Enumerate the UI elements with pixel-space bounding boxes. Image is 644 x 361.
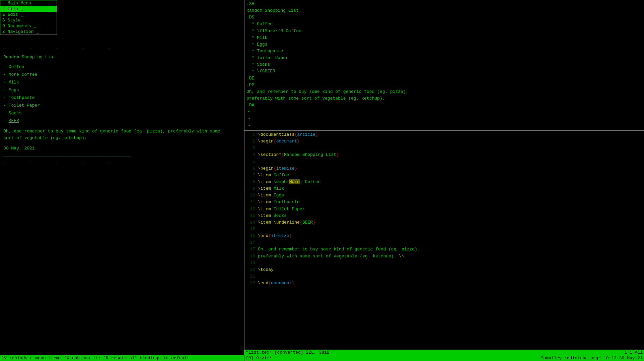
ms-item-coffee: * Coffee	[246, 21, 642, 27]
bottom-status-right: [0] 0:vim* "omalley.radiotube.org" 10:13…	[244, 355, 644, 361]
ms-item-socks: * Socks	[246, 61, 642, 68]
editor-line-1: 1 \documentclass{article}	[246, 131, 643, 138]
menu-title: ─ Main Menu ─	[0, 0, 57, 6]
ms-item-beer: * \fCBEER	[246, 68, 642, 75]
ms-line-title: Random Shopping List	[246, 7, 642, 14]
latex-status-file: "list.tex" [converted] 22L, 381B	[246, 350, 330, 355]
editor-line-13: 13 \item Socks	[246, 213, 643, 219]
latex-status-pos: 1,1 All	[624, 350, 643, 355]
list-item-toilet-paper: - Toilet Paper	[3, 103, 241, 108]
bottom-status-bar: ^V rebinds a menu item; ^X unbinds it; ^…	[0, 355, 644, 361]
right-top-pane: .SH Random Shopping List .DS * Coffee * …	[244, 0, 644, 131]
editor-line-21-today: 20 \today	[246, 266, 643, 273]
bottom-toolbar-line2: ─ ─ ─ ─ ─	[3, 161, 241, 166]
editor-line-2: 2 \begin{document}	[246, 138, 643, 145]
beer-underlined: BEER	[9, 118, 19, 123]
bottom-hr: ────────────────────────────────────────…	[3, 154, 241, 159]
editor-line-3: 3	[246, 145, 643, 152]
main-menu: ─ Main Menu ─ F File _ E Edit _ S Style …	[0, 0, 57, 35]
ms-tilde-3: ~	[246, 122, 642, 129]
list-item-toothpaste: - Toothpaste	[3, 95, 241, 100]
editor-line-10: 10 \item Eggs	[246, 192, 643, 199]
editor-line-20: 19	[246, 260, 643, 266]
editor-line-12: 12 \item Toilet Paper	[246, 206, 643, 213]
ms-paragraph-1: Oh, and remember to buy some kind of gen…	[246, 88, 642, 95]
list-item-socks: - Socks	[3, 111, 241, 116]
left-content: ─ ─ ─ ─ ─ Random_Shopping_List - Coffee …	[0, 44, 244, 355]
ms-line-da: .DA	[246, 102, 642, 109]
editor-line-4: 4 \section*{Random Shopping List}	[246, 152, 643, 158]
list-item-eggs: - Eggs	[3, 87, 241, 93]
editor-line-16: 16 \end{itemize}	[246, 233, 643, 239]
toolbar-line-top: ─ ─ ─ ─ ─	[3, 46, 241, 51]
editor-line-8: 8 \item \emph{More} Coffee	[246, 179, 643, 185]
editor-line-19-text: 18 preferably with some sort of vegetabl…	[246, 253, 643, 260]
menu-item-navigation[interactable]: Z Navigation _	[0, 29, 57, 35]
paragraph-text: Oh, and remember to buy some kind of gen…	[3, 128, 241, 141]
list-item-coffee: - Coffee	[3, 64, 241, 69]
ms-item-milk: * Milk	[246, 35, 642, 41]
doc-title: Random_Shopping_List	[3, 55, 241, 60]
host-info: "omalley.radiotube.org" 10:13 30-May-21	[541, 356, 643, 361]
date-text: 30 May, 2021	[3, 146, 241, 151]
ms-tilde-1: ~	[246, 109, 642, 115]
right-pane: .SH Random Shopping List .DS * Coffee * …	[244, 0, 644, 355]
editor-line-11: 11 \item Toothpaste	[246, 199, 643, 205]
left-pane: ─ Main Menu ─ F File _ E Edit _ S Style …	[0, 0, 244, 355]
list-item-milk: - Milk	[3, 80, 241, 85]
bottom-status-left: ^V rebinds a menu item; ^X unbinds it; ^…	[0, 355, 244, 361]
ms-line-ds: .DS	[246, 14, 642, 21]
list-item-more-coffee: - More Coffee	[3, 72, 241, 77]
ms-tilde-2: ~	[246, 115, 642, 122]
editor-line-5: 5	[246, 159, 643, 165]
editor-line-14: 14 \item \underline{BEER}	[246, 219, 643, 226]
ms-line-pp: .PP	[246, 82, 642, 88]
editor-line-22: 21	[246, 273, 643, 280]
latex-status-bar: "list.tex" [converted] 22L, 381B 1,1 All	[244, 350, 644, 355]
menu-item-style[interactable]: S Style _	[0, 17, 57, 23]
menu-item-documents[interactable]: D Documents _	[0, 23, 57, 29]
tab-indicator: [0] 0:vim*	[246, 356, 272, 361]
list-item-beer: - BEER	[3, 118, 241, 123]
ms-line-de: .DE	[246, 75, 642, 82]
right-bottom-pane: 1 \documentclass{article} 2 \begin{docum…	[244, 131, 644, 355]
menu-item-file[interactable]: F File _	[0, 6, 57, 12]
ms-item-eggs: * Eggs	[246, 41, 642, 48]
ms-item-more-coffee: * \fIMore\fR Coffee	[246, 28, 642, 35]
menu-item-edit[interactable]: E Edit _	[0, 12, 57, 17]
ms-item-toothpaste: * Toothpaste	[246, 48, 642, 55]
editor-line-15: 15	[246, 226, 643, 233]
editor-line-17: 17	[246, 239, 643, 246]
editor-line-9: 9 \item Milk	[246, 185, 643, 192]
editor-line-6: 6 \begin{itemize}	[246, 165, 643, 172]
ms-paragraph-2: preferably with some sort of vegetable (…	[246, 95, 642, 102]
ms-line-sh: .SH	[246, 1, 642, 7]
editor-line-7: 7 \item Coffee	[246, 172, 643, 179]
latex-editor[interactable]: 1 \documentclass{article} 2 \begin{docum…	[244, 131, 644, 350]
editor-line-23-end: 22 \end{document}	[246, 280, 643, 287]
editor-line-18-text: 17 Oh, and remember to buy some kind of …	[246, 246, 643, 253]
ms-item-toilet-paper: * Toilet Paper	[246, 55, 642, 61]
